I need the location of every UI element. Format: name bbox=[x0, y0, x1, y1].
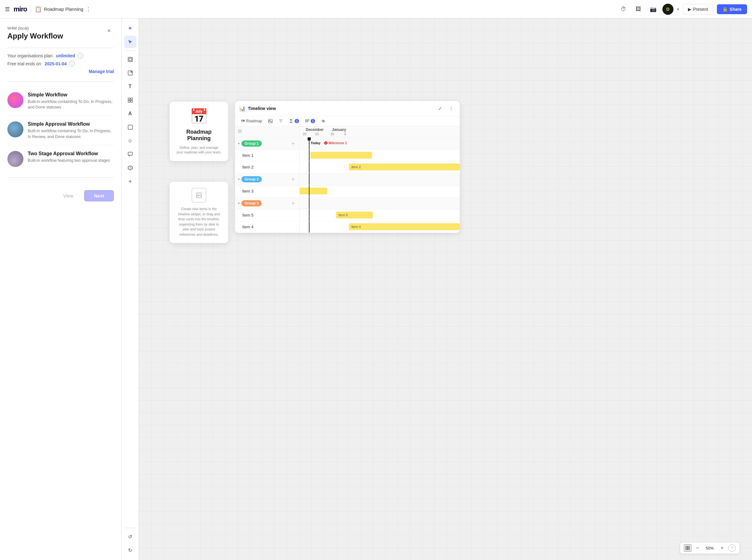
video-icon[interactable]: 📷 bbox=[648, 4, 659, 15]
workflow-desc-approval: Built-in workflow containing To Do, In P… bbox=[28, 128, 114, 139]
workflow-name-simple: Simple Workflow bbox=[28, 92, 114, 98]
timeline-more-button[interactable]: ⋮ bbox=[447, 104, 455, 113]
sticky-note-icon[interactable] bbox=[124, 67, 137, 79]
tl-group-2-chevron[interactable]: ▾ bbox=[238, 177, 240, 181]
milestone-marker: Milestone 1 bbox=[324, 141, 347, 145]
create-card-desc: Create new items in the timeline widget,… bbox=[176, 206, 222, 237]
panel-title: Apply Workflow bbox=[7, 32, 63, 40]
timeline-items-column: ▾ Group 1 + Item 1 Item 2 ▾ Group 2 + It… bbox=[235, 126, 300, 233]
select-tool-icon[interactable] bbox=[124, 36, 137, 48]
plan-value: unlimited bbox=[56, 53, 75, 58]
tl-item-2-bar[interactable]: Item 2 bbox=[349, 164, 460, 171]
tl-item-5-bar[interactable]: Item 5 bbox=[336, 212, 373, 218]
zoom-out-button[interactable]: − bbox=[694, 544, 701, 552]
svg-rect-1 bbox=[129, 58, 131, 61]
tl-group-3-add-icon[interactable]: + bbox=[290, 200, 296, 206]
roadmap-planning-card[interactable]: 📅 Roadmap Planning Define, plan, and man… bbox=[170, 102, 228, 161]
timeline-title-icon: 📊 bbox=[239, 106, 245, 112]
add-icon[interactable]: + bbox=[124, 175, 137, 187]
topbar-divider bbox=[31, 5, 31, 14]
avatar-chevron-icon[interactable]: ▾ bbox=[677, 7, 679, 12]
today-line-g3 bbox=[309, 197, 309, 209]
emoji-icon[interactable]: ☺ bbox=[124, 135, 137, 147]
comments-icon[interactable]: 🖼 bbox=[633, 4, 644, 15]
svg-rect-4 bbox=[130, 98, 133, 100]
tl-filter-button[interactable] bbox=[277, 118, 285, 124]
tl-group-3-chevron[interactable]: ▾ bbox=[238, 201, 240, 205]
tl-photo-button[interactable] bbox=[266, 118, 275, 124]
panel-footer: View Next bbox=[7, 190, 114, 201]
tl-item-3-bar[interactable] bbox=[300, 187, 327, 194]
workflow-desc-two-stage: Built-in workflow featuring two approval… bbox=[28, 158, 114, 163]
view-button[interactable]: View bbox=[56, 190, 80, 201]
close-button[interactable]: × bbox=[104, 26, 114, 36]
tl-group-3-label: Group 3 bbox=[241, 200, 262, 206]
today-line-item3 bbox=[309, 185, 309, 197]
zoom-help-button[interactable]: ? bbox=[728, 544, 736, 552]
analytics-icon[interactable]: ⏱ bbox=[618, 4, 629, 15]
workflow-item-simple[interactable]: Simple Workflow Built-in workflow contai… bbox=[7, 86, 114, 116]
tl-group-button[interactable]: 1 bbox=[303, 118, 317, 124]
present-button[interactable]: ▶ Present bbox=[683, 4, 713, 15]
svg-rect-16 bbox=[240, 130, 241, 131]
comment-icon[interactable] bbox=[124, 148, 137, 160]
workflow-item-approval[interactable]: Simple Approval Workflow Built-in workfl… bbox=[7, 116, 114, 145]
plan-info-icon[interactable]: i bbox=[78, 53, 83, 59]
canvas[interactable]: 📅 Roadmap Planning Define, plan, and man… bbox=[139, 19, 752, 560]
manage-trial-link[interactable]: Manage trial bbox=[7, 69, 114, 74]
frame-tool-icon[interactable] bbox=[124, 53, 137, 66]
trial-info-icon[interactable]: i bbox=[69, 61, 75, 66]
apps-icon[interactable] bbox=[124, 94, 137, 106]
workflow-avatar-approval bbox=[7, 121, 23, 137]
tl-link-button[interactable] bbox=[319, 118, 327, 124]
create-card-icon-wrap bbox=[191, 188, 206, 203]
tl-group-1-add-icon[interactable]: + bbox=[290, 140, 296, 147]
user-avatar[interactable]: D bbox=[663, 4, 673, 15]
tl-sort-button[interactable]: 1 bbox=[287, 118, 301, 124]
today-line-item5 bbox=[309, 209, 309, 221]
timeline-expand-button[interactable]: ⤢ bbox=[436, 104, 444, 113]
tl-group-2-bar-row bbox=[300, 173, 460, 185]
undo-icon[interactable]: ↺ bbox=[124, 531, 137, 543]
text-tool-icon[interactable]: T bbox=[124, 80, 137, 93]
sparkle-icon[interactable]: ✦ bbox=[124, 22, 137, 35]
tl-group-2-add-icon[interactable]: + bbox=[290, 176, 296, 182]
workflow-avatar-simple bbox=[7, 92, 23, 108]
roadmap-card-desc: Define, plan, and manage your roadmap wi… bbox=[176, 145, 222, 155]
svg-rect-20 bbox=[688, 546, 690, 548]
tl-left-header bbox=[235, 126, 300, 137]
board-more-icon[interactable]: ⋮ bbox=[86, 6, 91, 13]
hamburger-icon[interactable]: ☰ bbox=[5, 6, 10, 13]
dec20-label: 20 bbox=[303, 132, 306, 136]
zoom-fit-button[interactable] bbox=[684, 544, 691, 552]
create-card[interactable]: Create new items in the timeline widget,… bbox=[170, 182, 228, 243]
share-button[interactable]: 🔒 Share bbox=[717, 4, 747, 14]
tl-roadmap-button[interactable]: 🗺 Roadmap bbox=[239, 118, 264, 124]
redo-icon[interactable]: ↻ bbox=[124, 544, 137, 556]
shape-tool-icon[interactable] bbox=[124, 121, 137, 133]
tl-item-1-bar-row bbox=[300, 150, 460, 161]
zoom-bar: − 50% + ? bbox=[680, 542, 740, 554]
pen-tool-icon[interactable]: A bbox=[124, 107, 137, 120]
zoom-in-button[interactable]: + bbox=[718, 544, 726, 552]
svg-rect-14 bbox=[305, 121, 308, 122]
timeline-toolbar: 🗺 Roadmap 1 1 bbox=[235, 116, 460, 126]
svg-rect-19 bbox=[686, 546, 687, 548]
trial-info-row: Free trial ends on: 2025-01-04 i bbox=[7, 61, 114, 66]
svg-rect-5 bbox=[128, 100, 130, 102]
tl-item-1-bar[interactable] bbox=[310, 152, 372, 159]
tl-item-4-bar[interactable]: Item 4 bbox=[349, 223, 460, 230]
tl-collapse-icon[interactable] bbox=[238, 129, 242, 134]
tl-item-row-1: Item 1 bbox=[235, 150, 299, 161]
next-button[interactable]: Next bbox=[84, 190, 114, 201]
today-line-g2 bbox=[309, 173, 309, 185]
tl-group-1-label: Group 1 bbox=[241, 140, 262, 147]
january-label: January bbox=[332, 127, 346, 132]
svg-rect-7 bbox=[128, 125, 133, 129]
workflow-info-simple: Simple Workflow Built-in workflow contai… bbox=[28, 92, 114, 110]
tl-group-1-chevron[interactable]: ▾ bbox=[238, 142, 240, 145]
tl-group-row-1: ▾ Group 1 + bbox=[235, 137, 299, 150]
share-label: Share bbox=[730, 7, 741, 12]
workflow-item-two-stage[interactable]: Two Stage Approval Workflow Built-in wor… bbox=[7, 145, 114, 173]
3d-icon[interactable] bbox=[124, 162, 137, 174]
